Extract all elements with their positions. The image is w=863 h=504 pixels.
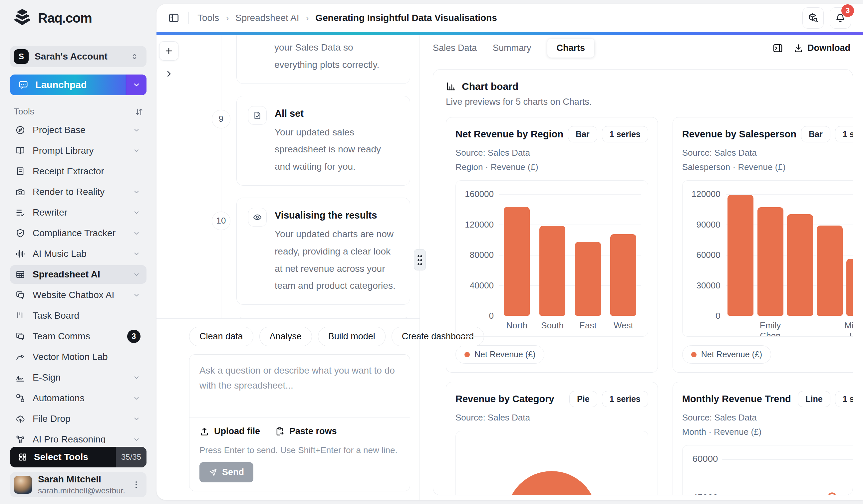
send-button[interactable]: Send [199,462,253,482]
accent-gradient-stripe [157,32,863,35]
chart-badge-1-series: 1 series [602,391,648,407]
download-button[interactable]: Download [793,43,850,53]
vector-pen-icon [15,352,25,362]
avatar [14,476,32,494]
analyse-button[interactable]: Analyse [259,327,312,346]
breadcrumb-spreadsheet-ai[interactable]: Spreadsheet AI [235,13,299,23]
breadcrumb: Tools›Spreadsheet AI›Generating Insightf… [198,13,497,23]
x-axis-label [785,320,815,337]
sidebar-item-render-to-reality[interactable]: Render to Reality [10,183,147,201]
legend-dot-icon [691,352,697,357]
eye-icon [248,208,267,227]
chat-input[interactable]: Ask a question or describe what you want… [189,363,410,413]
chart-badge-1-series: 1 series [602,126,648,142]
chevron-down-icon [133,394,140,402]
tab-charts[interactable]: Charts [547,39,595,57]
panel-resize-handle[interactable] [414,249,426,270]
plus-icon [164,46,174,56]
chart-card-revenue-by-category: Revenue by CategoryPie1 seriesSource: Sa… [446,382,658,495]
x-axis-label: West [605,320,641,331]
select-tools-button[interactable]: Select Tools 35/35 [10,447,147,467]
clean-data-button[interactable]: Clean data [189,327,253,346]
chevron-down-icon [133,188,140,196]
sidebar-item-file-drop[interactable]: File Drop [10,410,147,428]
breadcrumb-generating-insightful-data-visualisations: Generating Insightful Data Visualisation… [315,13,497,23]
launchpad-dropdown[interactable] [126,75,147,95]
chart-badge-bar: Bar [801,126,830,142]
legend-dot-icon [464,352,470,357]
chart-title: Monthly Revenue Trend [682,393,793,404]
collapse-chat-icon[interactable] [164,69,174,78]
sidebar-item-task-board[interactable]: Task Board [10,306,147,325]
sidebar-item-website-chatbox-ai[interactable]: Website Chatbox AI [10,286,147,305]
brand-name: Raq.com [38,11,92,26]
asset-search-button[interactable] [802,7,824,29]
board-subtitle: Live previews for 5 charts on Charts. [446,97,840,107]
bar [727,195,753,316]
launchpad-button[interactable]: Launchpad [10,75,147,95]
notifications-button[interactable]: 3 [830,7,851,29]
breadcrumb-tools[interactable]: Tools [198,13,219,23]
tab-sales-data[interactable]: Sales Data [433,43,477,53]
kebab-menu-icon[interactable] [131,480,141,490]
sidebar-item-spreadsheet-ai[interactable]: Spreadsheet AI [10,265,147,284]
chat-timeline[interactable]: your Sales Data so everything plots corr… [157,35,420,318]
sort-icon[interactable] [135,107,144,116]
tools-section-label: Tools [14,106,34,117]
message-body: Your updated charts are now ready, provi… [275,225,399,294]
chevron-down-icon [133,291,140,299]
chevron-down-icon [133,147,140,155]
account-switcher[interactable]: S Sarah's Account [10,46,147,67]
chat-message-card: All setYour updated sales spreadsheet is… [236,96,410,186]
collapse-panel-icon[interactable] [772,42,784,54]
sidebar-item-rewriter[interactable]: Rewriter [10,203,147,222]
grip-dots-icon [417,254,423,266]
chart-title: Net Revenue by Region [455,129,563,140]
user-card[interactable]: Sarah Mitchell sarah.mitchell@westbur... [10,472,147,497]
notification-badge: 3 [841,4,854,17]
sidebar-item-project-base[interactable]: Project Base [10,121,147,139]
workflow-icon [15,393,25,403]
cube-search-icon [808,12,819,24]
sidebar: Raq.com S Sarah's Account Launchpad Tool… [0,0,157,504]
bar [817,225,843,316]
x-axis-label: Michael Ross [845,320,853,337]
sidebar-item-prompt-library[interactable]: Prompt Library [10,141,147,160]
sidebar-toggle-icon[interactable] [168,12,180,24]
tab-summary[interactable]: Summary [493,43,531,53]
sidebar-item-team-comms[interactable]: Team Comms3 [10,327,147,346]
x-axis-label: Emily Chen [755,320,785,337]
build-model-button[interactable]: Build model [318,327,386,346]
camera-icon [15,187,25,197]
sidebar-item-compliance-tracker[interactable]: Compliance Tracker [10,224,147,243]
upload-icon [199,426,210,437]
sidebar-item-automations[interactable]: Automations [10,389,147,408]
chart-source: Source: Sales Data [682,148,853,158]
breadcrumb-separator: › [226,13,229,23]
chat-message-card: Your insights are readyFive new charts h… [236,317,410,318]
grid-icon [18,452,27,462]
board-title: Chart board [462,81,518,92]
chart-plot-bar: 04000080000120000160000NorthSouthEastWes… [455,180,648,337]
sidebar-item-ai-music-lab[interactable]: AI Music Lab [10,245,147,263]
timeline-step-11: 11Your insights are readyFive new charts… [212,317,410,318]
chart-title: Revenue by Category [455,393,565,404]
sidebar-item-vector-motion-lab[interactable]: Vector Motion Lab [10,348,147,366]
paste-rows-button[interactable]: Paste rows [275,426,337,437]
user-email: sarah.mitchell@westbur... [38,486,125,495]
chart-plot-line: 6000045000 [682,445,853,495]
chart-board: Chart board Live previews for 5 charts o… [433,69,853,495]
upload-file-button[interactable]: Upload file [199,426,260,437]
account-avatar: S [14,49,29,64]
chat-message-card: Visualising the resultsYour updated char… [236,198,410,305]
sidebar-item-ai-pro-reasoning[interactable]: AI Pro Reasoning [10,430,147,443]
sidebar-item-e-sign[interactable]: E-Sign [10,368,147,387]
sidebar-item-receipt-extractor[interactable]: Receipt Extractor [10,162,147,181]
timeline-step-10: 10Visualising the resultsYour updated ch… [212,198,410,305]
x-axis-label: East [570,320,605,331]
main-panel: Tools›Spreadsheet AI›Generating Insightf… [157,4,863,500]
chevron-down-icon [133,209,140,217]
new-chat-button[interactable] [159,41,178,61]
composer: Ask a question or describe what you want… [189,354,410,491]
breadcrumb-separator: › [306,13,309,23]
